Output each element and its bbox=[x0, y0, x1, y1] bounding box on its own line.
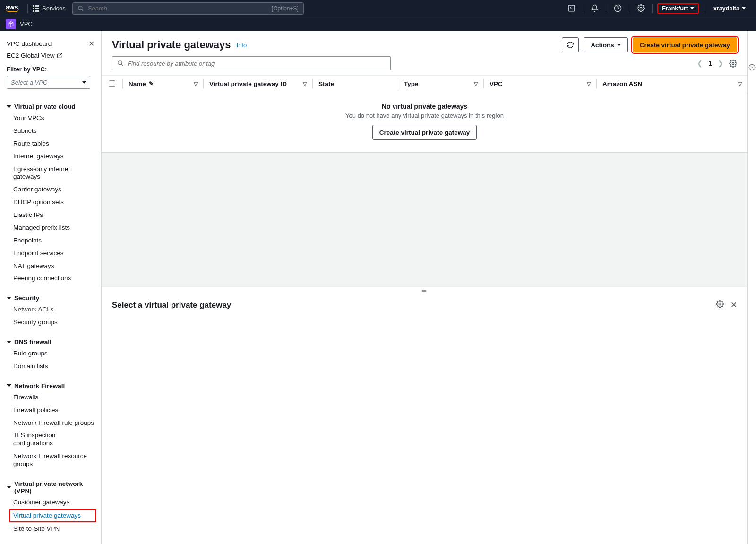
svg-point-4 bbox=[640, 7, 642, 9]
svg-point-5 bbox=[118, 61, 122, 65]
select-all-checkbox[interactable] bbox=[102, 76, 122, 92]
page-title: Virtual private gateways bbox=[112, 39, 231, 51]
column-vgw-id[interactable]: Virtual private gateway ID▽ bbox=[204, 76, 312, 92]
sidebar-item-firewalls[interactable]: Firewalls bbox=[0, 391, 101, 404]
edit-icon: ✎ bbox=[149, 80, 154, 87]
sidebar-item-nf-resource-groups[interactable]: Network Firewall resource groups bbox=[0, 450, 101, 471]
sidebar-item-endpoint-services[interactable]: Endpoint services bbox=[0, 247, 101, 260]
cloudshell-icon[interactable] bbox=[565, 2, 578, 15]
sidebar-item-nf-rule-groups[interactable]: Network Firewall rule groups bbox=[0, 417, 101, 430]
sidebar-item-egress-gateways[interactable]: Egress-only internet gateways bbox=[0, 163, 101, 184]
triangle-down-icon bbox=[7, 486, 11, 489]
aws-logo[interactable]: aws bbox=[6, 5, 19, 12]
notifications-icon[interactable] bbox=[588, 2, 601, 15]
create-vgw-button[interactable]: Create virtual private gateway bbox=[633, 37, 737, 52]
sidebar-item-security-groups[interactable]: Security groups bbox=[0, 316, 101, 329]
gear-icon bbox=[729, 60, 737, 68]
search-shortcut: [Option+S] bbox=[272, 5, 299, 12]
sidebar-dashboard-link[interactable]: VPC dashboard ✕ bbox=[7, 37, 94, 50]
section-network-firewall[interactable]: Network Firewall bbox=[0, 380, 101, 391]
sidebar-item-nat-gateways[interactable]: NAT gateways bbox=[0, 260, 101, 273]
caret-down-icon bbox=[82, 81, 86, 84]
empty-title: No virtual private gateways bbox=[102, 103, 747, 110]
sidebar-item-site-to-site-vpn[interactable]: Site-to-Site VPN bbox=[0, 523, 101, 535]
info-link[interactable]: Info bbox=[237, 42, 247, 49]
sidebar-item-elastic-ips[interactable]: Elastic IPs bbox=[0, 209, 101, 222]
triangle-down-icon bbox=[7, 105, 11, 108]
sidebar-item-endpoints[interactable]: Endpoints bbox=[0, 234, 101, 247]
sidebar-item-peering[interactable]: Peering connections bbox=[0, 272, 101, 285]
sidebar-item-subnets[interactable]: Subnets bbox=[0, 125, 101, 138]
sidebar-item-route-tables[interactable]: Route tables bbox=[0, 138, 101, 150]
actions-button[interactable]: Actions bbox=[584, 37, 628, 52]
section-dns-firewall[interactable]: DNS firewall bbox=[0, 337, 101, 347]
sidebar-item-network-acls[interactable]: Network ACLs bbox=[0, 303, 101, 316]
top-bar: aws Services [Option+S] Frankfurt xrayde… bbox=[0, 0, 756, 17]
sidebar-item-tls-inspection[interactable]: TLS inspection configurations bbox=[0, 429, 101, 450]
sidebar-item-domain-lists[interactable]: Domain lists bbox=[0, 360, 101, 373]
sidebar-item-your-vpcs[interactable]: Your VPCs bbox=[0, 112, 101, 125]
sidebar-item-internet-gateways[interactable]: Internet gateways bbox=[0, 150, 101, 163]
global-search-input[interactable] bbox=[88, 5, 272, 12]
next-page-button[interactable]: ❯ bbox=[716, 58, 725, 69]
help-icon[interactable] bbox=[611, 2, 624, 15]
sidebar-item-prefix-lists[interactable]: Managed prefix lists bbox=[0, 222, 101, 234]
search-icon bbox=[77, 5, 84, 12]
sidebar-item-carrier-gateways[interactable]: Carrier gateways bbox=[0, 183, 101, 196]
region-label: Frankfurt bbox=[662, 5, 688, 12]
vpc-filter-select[interactable]: Select a VPC bbox=[7, 76, 90, 89]
details-settings-button[interactable] bbox=[716, 300, 724, 310]
triangle-down-icon bbox=[7, 297, 11, 300]
table-header: Name✎▽ Virtual private gateway ID▽ State… bbox=[102, 75, 747, 92]
resource-search-input[interactable] bbox=[128, 60, 386, 67]
details-panel: Select a virtual private gateway ✕ bbox=[102, 294, 747, 544]
section-security[interactable]: Security bbox=[0, 293, 101, 303]
grid-icon bbox=[33, 5, 39, 12]
svg-line-6 bbox=[121, 64, 123, 66]
section-vpc[interactable]: Virtual private cloud bbox=[0, 101, 101, 112]
caret-down-icon bbox=[690, 7, 694, 9]
column-vpc[interactable]: VPC▽ bbox=[484, 76, 596, 92]
sidebar-item-rule-groups[interactable]: Rule groups bbox=[0, 347, 101, 360]
settings-icon[interactable] bbox=[634, 2, 647, 15]
details-title: Select a virtual private gateway bbox=[112, 301, 231, 310]
caret-down-icon bbox=[742, 7, 746, 9]
sidebar-item-virtual-private-gateways[interactable]: Virtual private gateways bbox=[9, 509, 96, 522]
details-close-button[interactable]: ✕ bbox=[730, 300, 737, 310]
svg-point-0 bbox=[78, 6, 82, 9]
prev-page-button[interactable]: ❮ bbox=[695, 58, 704, 69]
right-gutter bbox=[747, 31, 756, 544]
clock-icon[interactable] bbox=[748, 64, 756, 544]
section-vpn[interactable]: Virtual private network (VPN) bbox=[0, 478, 101, 496]
column-name[interactable]: Name✎▽ bbox=[123, 76, 203, 92]
region-selector[interactable]: Frankfurt bbox=[657, 3, 699, 14]
global-search[interactable]: [Option+S] bbox=[72, 2, 304, 15]
table-settings-button[interactable] bbox=[729, 60, 737, 68]
sidebar-item-customer-gateways[interactable]: Customer gateways bbox=[0, 496, 101, 509]
close-icon[interactable]: ✕ bbox=[88, 39, 94, 48]
panel-drag-handle[interactable]: ═ bbox=[102, 287, 747, 294]
services-menu[interactable]: Services bbox=[33, 5, 66, 12]
column-state[interactable]: State bbox=[313, 76, 398, 92]
refresh-button[interactable] bbox=[562, 37, 579, 52]
triangle-down-icon bbox=[7, 341, 11, 344]
sidebar-global-view-link[interactable]: EC2 Global View bbox=[7, 50, 63, 61]
search-icon bbox=[117, 60, 124, 67]
main-content: Virtual private gateways Info Actions Cr… bbox=[102, 31, 747, 544]
table-body-empty-area bbox=[102, 153, 747, 287]
column-type[interactable]: Type▽ bbox=[398, 76, 483, 92]
sidebar-item-firewall-policies[interactable]: Firewall policies bbox=[0, 404, 101, 417]
external-link-icon bbox=[57, 52, 63, 59]
services-label: Services bbox=[42, 5, 66, 12]
empty-create-button[interactable]: Create virtual private gateway bbox=[372, 125, 477, 140]
account-menu[interactable]: xraydelta bbox=[709, 5, 750, 12]
column-asn[interactable]: Amazon ASN▽ bbox=[597, 76, 747, 92]
vpc-service-icon[interactable] bbox=[6, 19, 16, 29]
sidebar-item-dhcp[interactable]: DHCP option sets bbox=[0, 196, 101, 209]
current-page: 1 bbox=[708, 60, 712, 67]
resource-search[interactable] bbox=[112, 56, 391, 70]
paginator: ❮ 1 ❯ bbox=[695, 58, 737, 69]
breadcrumb-service[interactable]: VPC bbox=[20, 20, 33, 27]
svg-point-7 bbox=[732, 62, 734, 64]
triangle-down-icon bbox=[7, 384, 11, 387]
